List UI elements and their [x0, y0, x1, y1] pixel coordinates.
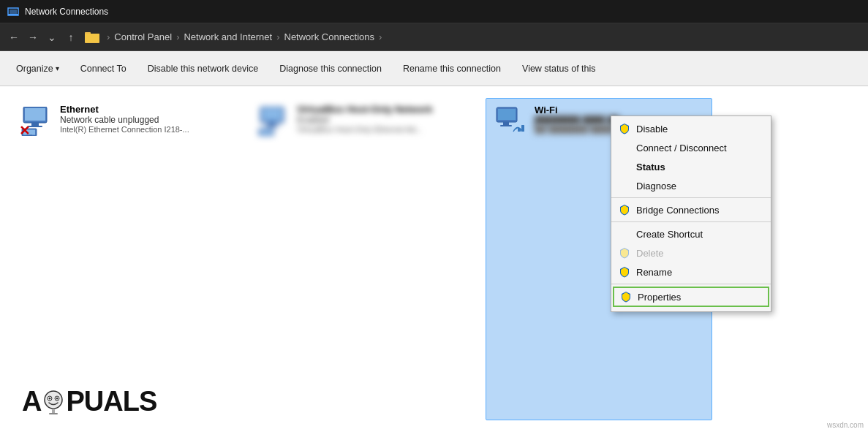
shield-icon-properties	[620, 291, 632, 303]
up-button[interactable]: ↑	[63, 29, 79, 45]
virtualbox-icon-container	[254, 104, 290, 139]
svg-rect-32	[49, 413, 58, 414]
title-bar: Network Connections	[0, 0, 868, 23]
ctx-status[interactable]: Status	[611, 157, 771, 176]
toolbar-connect-to[interactable]: Connect To	[70, 51, 137, 86]
ctx-properties[interactable]: Properties	[613, 287, 769, 307]
virtualbox-detail: VirtualBox Host-Only Ethernet Ad...	[297, 125, 462, 134]
svg-point-30	[56, 397, 59, 399]
svg-rect-15	[268, 123, 276, 126]
breadcrumb-network-internet[interactable]: Network and Internet	[184, 31, 272, 42]
shield-icon-delete	[619, 247, 630, 259]
shield-icon-rename	[619, 266, 630, 278]
wifi-name: Wi-Fi	[535, 105, 706, 115]
toolbar-disable-device[interactable]: Disable this network device	[137, 51, 269, 86]
ctx-status-label: Status	[636, 162, 665, 173]
watermark: wsxdn.com	[827, 421, 864, 429]
context-menu: Disable Connect / Disconnect Status Diag…	[611, 115, 771, 312]
toolbar-organize[interactable]: Organize	[6, 51, 70, 86]
svg-rect-1	[10, 10, 17, 14]
ctx-properties-label: Properties	[638, 292, 681, 303]
svg-rect-2	[8, 14, 18, 15]
ctx-rename-label: Rename	[636, 267, 672, 278]
ethernet-name: Ethernet	[60, 104, 225, 115]
ethernet-detail: Intel(R) Ethernet Connection I218-...	[60, 125, 225, 134]
ctx-diagnose-label: Diagnose	[636, 181, 676, 192]
ctx-disable-label: Disable	[636, 124, 668, 134]
spacer-1	[619, 142, 630, 154]
ethernet-icon-container: ✕	[18, 104, 53, 139]
network-item-virtualbox[interactable]: VirtualBox Host-Only Network Enabled Vir…	[249, 98, 468, 420]
svg-rect-14	[262, 108, 282, 121]
breadcrumb-network-connections[interactable]: Network Connections	[284, 31, 375, 42]
ctx-connect-disconnect[interactable]: Connect / Disconnect	[611, 138, 771, 157]
svg-rect-19	[263, 135, 269, 137]
spacer-3	[619, 180, 630, 192]
ethernet-status: Network cable unplugged	[60, 115, 225, 125]
ctx-shortcut-label: Create Shortcut	[636, 229, 703, 240]
svg-rect-5	[85, 34, 99, 42]
ctx-diagnose[interactable]: Diagnose	[611, 176, 771, 195]
svg-rect-9	[28, 126, 42, 127]
address-bar: ← → ⌄ ↑ › Control Panel › Network and In…	[0, 23, 868, 51]
virtualbox-computer-icon	[256, 107, 288, 136]
ethernet-info: Ethernet Network cable unplugged Intel(R…	[60, 104, 225, 134]
svg-point-26	[45, 391, 62, 409]
svg-rect-16	[265, 126, 279, 127]
ctx-separator-3	[611, 284, 771, 284]
svg-rect-23	[500, 125, 512, 126]
svg-rect-7	[25, 108, 45, 121]
network-item-ethernet[interactable]: ✕ Ethernet Network cable unplugged Intel…	[12, 98, 231, 420]
svg-rect-21	[498, 109, 516, 120]
shield-icon-disable	[619, 123, 630, 134]
appuals-text-rest: PUALS	[66, 386, 156, 417]
ctx-connect-label: Connect / Disconnect	[636, 143, 727, 154]
error-badge: ✕	[19, 124, 30, 137]
ctx-create-shortcut[interactable]: Create Shortcut	[611, 224, 771, 243]
wifi-icon-container	[492, 105, 527, 140]
folder-icon	[85, 31, 99, 44]
ctx-delete-label: Delete	[636, 248, 664, 259]
toolbar-view-status[interactable]: View status of this	[512, 51, 607, 86]
content-area: ✕ Ethernet Network cable unplugged Intel…	[0, 86, 868, 432]
ctx-bridge-label: Bridge Connections	[636, 205, 719, 216]
toolbar: Organize Connect To Disable this network…	[0, 51, 868, 86]
appuals-logo: A PUALS	[22, 386, 156, 417]
breadcrumb-control-panel[interactable]: Control Panel	[114, 31, 172, 42]
svg-rect-22	[503, 122, 509, 125]
virtualbox-name: VirtualBox Host-Only Network	[297, 104, 462, 115]
ctx-delete: Delete	[611, 243, 771, 262]
wifi-computer-icon	[494, 106, 526, 138]
appuals-mascot-icon	[39, 388, 67, 416]
ctx-disable[interactable]: Disable	[611, 119, 771, 138]
svg-point-29	[49, 397, 51, 399]
toolbar-rename[interactable]: Rename this connection	[393, 51, 512, 86]
window-title: Network Connections	[25, 7, 108, 17]
virtualbox-status: Enabled	[297, 115, 462, 125]
ctx-separator-2	[611, 221, 771, 222]
virtualbox-info: VirtualBox Host-Only Network Enabled Vir…	[297, 104, 462, 134]
appuals-text-a: A	[22, 386, 41, 417]
ctx-bridge[interactable]: Bridge Connections	[611, 200, 771, 219]
svg-rect-8	[31, 123, 39, 126]
ctx-rename[interactable]: Rename	[611, 262, 771, 281]
spacer-4	[619, 228, 630, 240]
back-button[interactable]: ←	[6, 29, 22, 45]
svg-rect-18	[260, 130, 272, 135]
toolbar-diagnose[interactable]: Diagnose this connection	[269, 51, 393, 86]
window-icon	[7, 6, 19, 18]
recent-button[interactable]: ⌄	[44, 29, 60, 45]
spacer-2	[619, 161, 630, 173]
ctx-separator-1	[611, 197, 771, 198]
shield-icon-bridge	[619, 204, 630, 216]
svg-rect-31	[52, 409, 55, 413]
forward-button[interactable]: →	[25, 29, 41, 45]
